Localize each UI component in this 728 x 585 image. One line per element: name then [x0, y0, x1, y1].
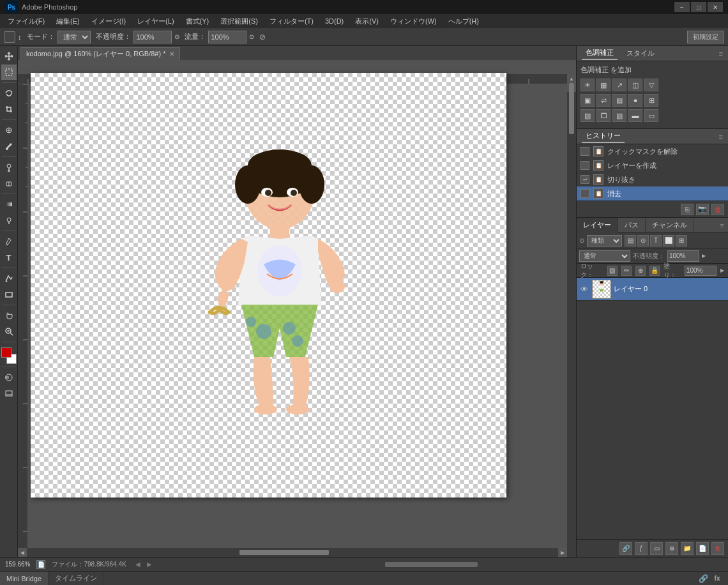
layer-item-0[interactable]: 👁 レイヤー 0 [577, 278, 728, 301]
nav-arrow-right[interactable]: ▶ [147, 561, 152, 568]
curves-icon[interactable]: ↗ [612, 79, 626, 91]
history-item-1[interactable]: 📋 クイックマスクを解除 [577, 144, 728, 158]
bw-icon[interactable]: ▤ [612, 94, 626, 107]
menu-3d[interactable]: 3D(D) [320, 16, 349, 26]
menu-edit[interactable]: 編集(E) [51, 15, 85, 27]
scroll-up-arrow[interactable]: ▲ [567, 74, 576, 83]
dodge-tool[interactable] [1, 213, 17, 228]
menu-view[interactable]: 表示(V) [350, 15, 384, 27]
mini-bridge-tab[interactable]: Mini Bridge [0, 572, 49, 586]
adjustment-tab[interactable]: 色調補正 [582, 47, 618, 60]
menu-window[interactable]: ウィンドウ(W) [385, 15, 442, 27]
lock-position-btn[interactable]: ⊕ [635, 266, 646, 276]
blend-mode-select[interactable]: 通常 [579, 250, 630, 262]
scroll-left-arrow[interactable]: ◀ [18, 548, 27, 557]
exposure-icon[interactable]: ◫ [628, 79, 642, 91]
paths-tab[interactable]: パス [618, 218, 646, 233]
path-select-tool[interactable] [1, 271, 17, 286]
lock-image-btn[interactable]: ✏ [621, 266, 632, 276]
minimize-button[interactable]: − [674, 2, 690, 12]
brush-tool[interactable] [1, 139, 17, 154]
tab-close-icon[interactable]: ✕ [169, 50, 174, 57]
history-item-2[interactable]: 📋 レイヤーを作成 [577, 158, 728, 172]
layer-visibility-icon[interactable]: 👁 [579, 284, 589, 294]
brightness-icon[interactable]: ☀ [580, 79, 595, 91]
layer-delete-btn[interactable]: 🗑 [711, 542, 724, 555]
healing-brush-tool[interactable] [1, 123, 17, 138]
reset-button[interactable]: 初期設定 [687, 31, 724, 43]
maximize-button[interactable]: □ [691, 2, 706, 12]
filter-select[interactable]: 種類 [587, 235, 622, 247]
shape-tool[interactable] [1, 287, 17, 302]
canvas-v-scrollbar[interactable]: ▲ ▼ [567, 74, 576, 557]
fill-value-input[interactable] [685, 266, 717, 276]
history-checkbox-2[interactable] [580, 161, 589, 170]
scroll-right-arrow[interactable]: ▶ [558, 548, 567, 557]
filter-pixel-btn[interactable]: ▤ [625, 235, 636, 247]
menu-file[interactable]: ファイル(F) [3, 15, 50, 27]
styles-tab[interactable]: スタイル [623, 47, 658, 59]
timeline-tab[interactable]: タイムライン [49, 572, 104, 586]
mode-select[interactable]: 通常 [57, 31, 91, 43]
filter-shape-btn[interactable]: ⬜ [663, 235, 674, 247]
history-item-3[interactable]: ↩ 📋 切り抜き [577, 172, 728, 186]
menu-help[interactable]: ヘルプ(H) [443, 15, 484, 27]
nav-arrow-left[interactable]: ◀ [135, 561, 140, 568]
layer-adjustment-btn[interactable]: ⊕ [665, 542, 678, 555]
opacity-value-input[interactable] [667, 250, 699, 262]
menu-select[interactable]: 選択範囲(S) [215, 15, 263, 27]
layer-style-btn[interactable]: ƒ [635, 542, 648, 555]
history-item-4[interactable]: 📋 消去 [577, 186, 728, 201]
channelmixer-icon[interactable]: ⊞ [644, 94, 658, 107]
layer-mask-btn[interactable]: ▭ [650, 542, 663, 555]
history-checkbox-1[interactable] [580, 147, 589, 156]
colorlookup-icon[interactable]: ▧ [580, 109, 595, 122]
zoom-tool[interactable] [1, 324, 17, 339]
flow-input[interactable] [208, 31, 246, 43]
history-checkbox-4[interactable] [580, 189, 589, 198]
history-new-doc-btn[interactable]: 📷 [696, 204, 709, 215]
eraser-tool[interactable] [1, 176, 17, 191]
filter-smart-btn[interactable]: ⊞ [676, 235, 687, 247]
vibrance-icon[interactable]: ▽ [644, 79, 658, 91]
h-scroll-thumb[interactable] [239, 550, 329, 555]
invert-icon[interactable]: ⧠ [596, 109, 610, 122]
panel-close-icon[interactable]: ≡ [719, 50, 723, 57]
menu-image[interactable]: イメージ(I) [86, 15, 131, 27]
posterize-icon[interactable]: ▨ [612, 109, 626, 122]
type-tool[interactable]: T [1, 250, 17, 265]
layer-group-btn[interactable]: 📁 [681, 542, 694, 555]
filter-adjust-btn[interactable]: ⊙ [637, 235, 649, 247]
bottom-link-icon[interactable]: 🔗 [697, 573, 709, 584]
screen-mode-tool[interactable] [1, 386, 17, 401]
gradientmap-icon[interactable]: ▭ [644, 109, 658, 122]
threshold-icon[interactable]: ▬ [628, 109, 642, 122]
layer-new-btn[interactable]: 📄 [696, 542, 709, 555]
select-tool[interactable] [1, 65, 17, 80]
canvas-h-scrollbar[interactable]: ◀ ▶ [18, 548, 567, 557]
photofilter-icon[interactable]: ● [628, 94, 642, 107]
lock-all-btn[interactable]: 🔒 [649, 266, 660, 276]
history-panel-menu[interactable]: ≡ [719, 133, 723, 141]
fg-color-swatch[interactable] [1, 347, 11, 358]
canvas-viewport[interactable]: 200 300 400 500 600 700 800 [18, 60, 576, 557]
opacity-input[interactable] [133, 31, 172, 43]
move-tool[interactable] [1, 49, 17, 64]
brush-preview[interactable] [4, 31, 15, 43]
lasso-tool[interactable] [1, 86, 17, 101]
airbrush-icon[interactable]: ⊘ [259, 33, 266, 42]
history-checkbox-3[interactable]: ↩ [580, 175, 589, 184]
levels-icon[interactable]: ▦ [596, 79, 610, 91]
close-button[interactable]: ✕ [708, 2, 723, 12]
layers-tab[interactable]: レイヤー [577, 218, 618, 233]
colorbalance-icon[interactable]: ⇌ [596, 94, 610, 107]
history-delete-btn[interactable]: 🗑 [711, 204, 724, 215]
document-tab[interactable]: kodomo.jpg @ 160% (レイヤー 0, RGB/8#) * ✕ [20, 47, 180, 60]
pen-tool[interactable] [1, 234, 17, 249]
menu-layer[interactable]: レイヤー(L) [132, 15, 179, 27]
history-tab[interactable]: ヒストリー [582, 130, 625, 143]
bottom-fx-icon[interactable]: fx [711, 573, 723, 584]
color-swatches[interactable] [1, 347, 17, 364]
lock-pixels-btn[interactable]: ▨ [607, 266, 618, 276]
menu-filter[interactable]: フィルター(T) [264, 15, 319, 27]
